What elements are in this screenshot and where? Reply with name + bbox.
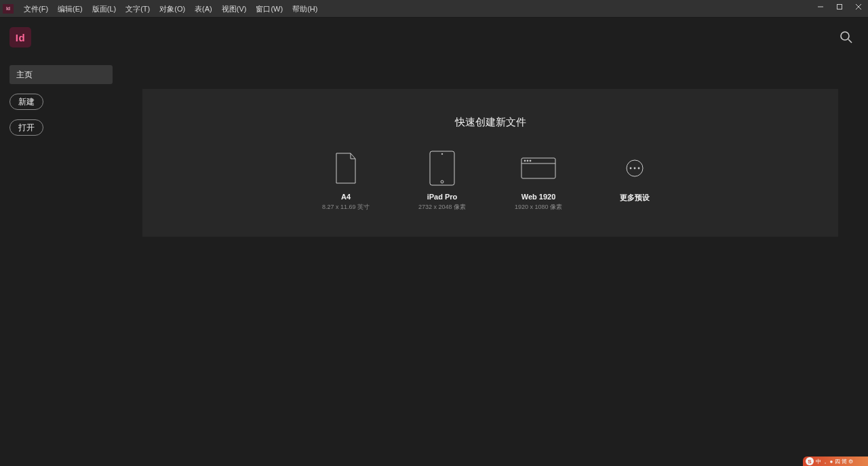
preset-dims: 1920 x 1080 像素 (515, 203, 562, 212)
minimize-icon (817, 3, 824, 10)
tablet-icon (429, 151, 456, 186)
sidebar: 主页 新建 打开 (9, 65, 125, 136)
app-logo: Id (9, 27, 31, 47)
more-icon (625, 151, 644, 186)
preset-a4[interactable]: A4 8.27 x 11.69 英寸 (315, 151, 376, 212)
preset-web-1920[interactable]: Web 1920 1920 x 1080 像素 (508, 151, 569, 212)
menu-table[interactable]: 表(A) (190, 0, 217, 18)
svg-point-11 (524, 160, 526, 161)
new-button[interactable]: 新建 (9, 94, 43, 110)
header: Id (0, 18, 868, 57)
window-controls (811, 0, 868, 14)
preset-dims: 2732 x 2048 像素 (418, 203, 466, 212)
menu-view[interactable]: 视图(V) (217, 0, 252, 18)
document-icon (334, 151, 357, 186)
close-button[interactable] (849, 0, 868, 14)
home-tab[interactable]: 主页 (9, 65, 113, 84)
menu-help[interactable]: 帮助(H) (288, 0, 322, 18)
svg-point-12 (527, 160, 528, 161)
svg-point-4 (841, 32, 849, 40)
ime-text: 中 ， ● 四 简 ⚙ (816, 458, 853, 465)
menu-object[interactable]: 对象(O) (155, 0, 190, 18)
open-button[interactable]: 打开 (9, 119, 43, 136)
menu-edit[interactable]: 编辑(E) (53, 0, 87, 18)
minimize-button[interactable] (811, 0, 830, 14)
menu-file[interactable]: 文件(F) (19, 0, 53, 18)
quick-create-panel: 快速创建新文件 A4 8.27 x 11.69 英寸 iPad Pro 2 (142, 89, 838, 237)
preset-label: iPad Pro (427, 193, 458, 201)
search-button[interactable] (840, 31, 853, 44)
preset-label: Web 1920 (521, 193, 556, 201)
search-icon (840, 31, 853, 44)
preset-dims: 8.27 x 11.69 英寸 (322, 203, 370, 212)
more-label: 更多预设 (620, 193, 650, 203)
ime-bar[interactable]: S 中 ， ● 四 简 ⚙ (803, 457, 868, 466)
menu-window[interactable]: 窗口(W) (251, 0, 288, 18)
preset-label: A4 (341, 193, 351, 201)
svg-point-17 (638, 168, 640, 170)
maximize-button[interactable] (830, 0, 849, 14)
menu-layout[interactable]: 版面(L) (87, 0, 121, 18)
svg-line-5 (848, 39, 852, 43)
maximize-icon (836, 3, 843, 10)
menu-type[interactable]: 文字(T) (121, 0, 155, 18)
svg-point-7 (441, 180, 443, 183)
close-icon (855, 3, 862, 10)
panel-title: 快速创建新文件 (142, 89, 838, 129)
preset-list: A4 8.27 x 11.69 英寸 iPad Pro 2732 x 2048 … (142, 151, 838, 212)
svg-point-16 (634, 168, 636, 170)
more-presets[interactable]: 更多预设 (604, 151, 665, 212)
svg-point-13 (530, 160, 531, 161)
browser-icon (520, 151, 557, 186)
svg-rect-1 (837, 5, 842, 9)
menu-bar: Id 文件(F) 编辑(E) 版面(L) 文字(T) 对象(O) 表(A) 视图… (0, 0, 868, 18)
svg-point-15 (630, 168, 632, 170)
svg-point-8 (441, 153, 443, 155)
ime-badge-icon: S (806, 457, 814, 465)
preset-ipad-pro[interactable]: iPad Pro 2732 x 2048 像素 (412, 151, 473, 212)
app-icon-small: Id (3, 4, 14, 14)
svg-rect-9 (521, 158, 555, 178)
